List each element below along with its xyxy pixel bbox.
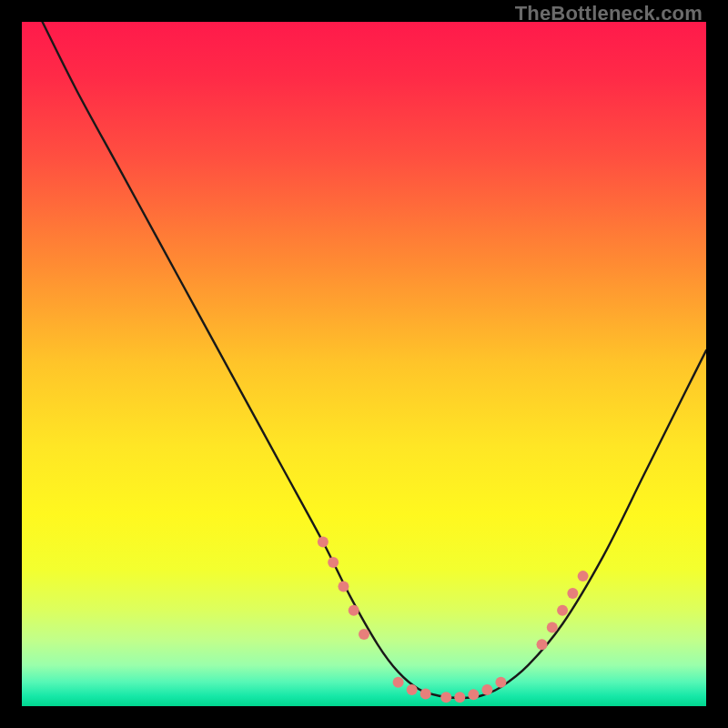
curve-marker: [420, 688, 431, 699]
chart-frame: [22, 22, 706, 706]
curve-marker: [393, 677, 404, 688]
chart-svg: [22, 22, 706, 706]
watermark-text: TheBottleneck.com: [515, 2, 703, 25]
curve-marker: [547, 622, 558, 633]
curve-marker: [349, 605, 359, 616]
curve-marker: [567, 588, 578, 599]
curve-marker: [338, 581, 349, 592]
curve-marker: [359, 629, 369, 640]
curve-marker: [557, 605, 568, 616]
curve-marker: [481, 684, 492, 695]
chart-background: [22, 22, 706, 706]
curve-marker: [537, 639, 548, 650]
curve-marker: [468, 689, 479, 700]
curve-marker: [440, 692, 451, 703]
curve-marker: [318, 537, 329, 548]
curve-marker: [328, 557, 339, 568]
curve-marker: [454, 692, 465, 703]
curve-marker: [495, 677, 506, 688]
curve-marker: [578, 571, 589, 581]
curve-marker: [407, 684, 418, 695]
